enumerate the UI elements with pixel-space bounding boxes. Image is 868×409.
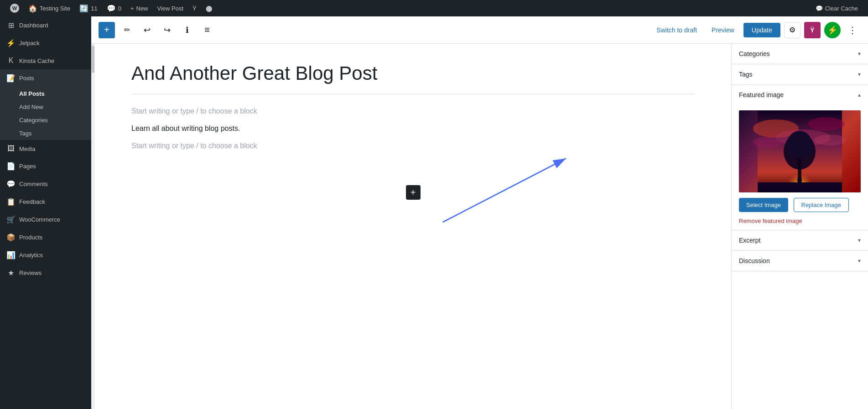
list-view-button[interactable]: ≡ — [199, 22, 215, 38]
inline-add-block-button[interactable]: + — [406, 185, 421, 200]
sidebar-item-dashboard[interactable]: ⊞ Dashboard — [0, 16, 91, 34]
sidebar-label-feedback: Feedback — [19, 198, 45, 205]
more-options-button[interactable]: ⋮ — [844, 22, 861, 38]
posts-icon: 📝 — [6, 74, 16, 83]
excerpt-chevron-icon: ▾ — [858, 237, 861, 243]
comments-item[interactable]: 💬 0 — [102, 0, 126, 16]
sidebar-item-woocommerce[interactable]: 🛒 WooCommerce — [0, 211, 91, 228]
sidebar: ⊞ Dashboard ⚡ Jetpack K Kinsta Cache 📝 P… — [0, 16, 91, 409]
replace-image-button[interactable]: Replace Image — [794, 198, 849, 212]
discussion-chevron-icon: ▾ — [858, 258, 861, 264]
panel-section-tags: Tags ▾ — [732, 64, 868, 85]
svg-point-11 — [787, 131, 812, 158]
circle-icon: ⬤ — [206, 5, 213, 12]
tags-header[interactable]: Tags ▾ — [732, 64, 868, 84]
select-image-button[interactable]: Select Image — [739, 198, 788, 212]
redo-icon: ↪ — [164, 25, 171, 35]
featured-image-title: Featured image — [739, 91, 784, 98]
comments-sidebar-icon: 💬 — [6, 180, 16, 188]
wp-logo: W — [10, 4, 19, 13]
all-posts-label: All Posts — [19, 90, 45, 97]
site-name-item[interactable]: 🏠 Testing Site — [24, 0, 75, 16]
more-dots-icon: ⋮ — [848, 25, 857, 36]
panel-section-featured-image: Featured image ▴ — [732, 85, 868, 230]
view-post-label: View Post — [157, 5, 184, 12]
svg-rect-13 — [758, 182, 842, 192]
pencil-icon: ✏ — [124, 26, 130, 34]
editor-main[interactable]: And Another Great Blog Post Start writin… — [95, 44, 731, 409]
sidebar-label-kinsta: Kinsta Cache — [19, 57, 54, 64]
post-title[interactable]: And Another Great Blog Post — [131, 62, 695, 85]
new-plus-icon: + — [130, 5, 134, 12]
sidebar-item-feedback[interactable]: 📋 Feedback — [0, 193, 91, 211]
block-placeholder-1[interactable]: Start writing or type / to choose a bloc… — [131, 104, 695, 119]
sidebar-item-tags[interactable]: Tags — [0, 127, 91, 140]
block-placeholder-2[interactable]: Start writing or type / to choose a bloc… — [131, 138, 695, 154]
sidebar-item-products[interactable]: 📦 Products — [0, 228, 91, 246]
analytics-icon: 📊 — [6, 251, 16, 259]
block-content-1[interactable]: Learn all about writing blog posts. — [131, 124, 695, 133]
sidebar-item-comments[interactable]: 💬 Comments — [0, 175, 91, 193]
settings-button[interactable]: ⚙ — [784, 22, 800, 38]
featured-image-header[interactable]: Featured image ▴ — [732, 85, 868, 105]
remove-featured-image-link[interactable]: Remove featured image — [739, 217, 861, 224]
sidebar-label-woocommerce: WooCommerce — [19, 216, 60, 223]
tags-chevron-icon: ▾ — [858, 71, 861, 78]
sidebar-item-categories[interactable]: Categories — [0, 114, 91, 127]
new-label: New — [136, 5, 148, 12]
sidebar-item-reviews[interactable]: ★ Reviews — [0, 264, 91, 282]
feedback-icon: 📋 — [6, 197, 16, 206]
lightning-toolbar-icon[interactable]: ⚡ — [824, 22, 841, 38]
panel-section-discussion: Discussion ▾ — [732, 251, 868, 271]
clear-cache-item[interactable]: 💬 Clear Cache — [811, 5, 863, 12]
sidebar-item-add-new[interactable]: Add New — [0, 100, 91, 114]
switch-to-draft-button[interactable]: Switch to draft — [651, 23, 702, 37]
excerpt-header[interactable]: Excerpt ▾ — [732, 230, 868, 250]
categories-header[interactable]: Categories ▾ — [732, 44, 868, 64]
svg-point-4 — [808, 117, 844, 131]
sidebar-item-jetpack[interactable]: ⚡ Jetpack — [0, 34, 91, 52]
new-item[interactable]: + New — [126, 0, 153, 16]
jetpack-icon: ⚡ — [6, 39, 16, 47]
svg-line-1 — [443, 158, 566, 222]
home-icon: 🏠 — [28, 4, 37, 13]
sidebar-item-kinsta[interactable]: K Kinsta Cache — [0, 52, 91, 69]
yoast-bar-icon[interactable]: Ÿ — [188, 0, 201, 16]
scroll-indicator — [91, 44, 95, 409]
circle-status-item[interactable]: ⬤ — [201, 0, 217, 16]
yoast-toolbar-icon[interactable]: Ÿ — [804, 22, 821, 38]
update-button[interactable]: Update — [743, 23, 780, 37]
redo-button[interactable]: ↪ — [159, 22, 175, 38]
preview-button[interactable]: Preview — [706, 23, 740, 37]
categories-label: Categories — [19, 117, 48, 124]
admin-bar-right: 💬 Clear Cache — [811, 5, 863, 12]
wp-logo-item[interactable]: W — [5, 0, 24, 16]
products-icon: 📦 — [6, 233, 16, 242]
toolbar-right: Switch to draft Preview Update ⚙ Ÿ ⚡ ⋮ — [651, 22, 861, 38]
discussion-title: Discussion — [739, 257, 770, 264]
view-post-item[interactable]: View Post — [153, 0, 188, 16]
sidebar-item-all-posts[interactable]: All Posts — [0, 87, 91, 100]
discussion-header[interactable]: Discussion ▾ — [732, 251, 868, 271]
updates-item[interactable]: 🔄 11 — [75, 0, 102, 16]
editor-panel-layout: And Another Great Blog Post Start writin… — [91, 44, 868, 409]
sidebar-item-analytics[interactable]: 📊 Analytics — [0, 246, 91, 264]
yoast-symbol: Ÿ — [810, 26, 814, 34]
comments-icon: 💬 — [107, 4, 116, 13]
sidebar-label-comments: Comments — [19, 181, 48, 187]
categories-chevron-icon: ▾ — [858, 51, 861, 57]
main-layout: ⊞ Dashboard ⚡ Jetpack K Kinsta Cache 📝 P… — [0, 16, 868, 409]
sidebar-item-pages[interactable]: 📄 Pages — [0, 157, 91, 175]
undo-button[interactable]: ↩ — [139, 22, 155, 38]
featured-image-preview[interactable] — [739, 110, 861, 192]
tags-title: Tags — [739, 71, 753, 78]
add-block-button[interactable]: + — [99, 22, 115, 38]
kinsta-icon: K — [6, 57, 16, 65]
add-block-plus-icon: + — [411, 187, 416, 198]
sidebar-item-posts[interactable]: 📝 Posts — [0, 69, 91, 87]
reviews-icon: ★ — [6, 269, 16, 277]
sidebar-item-media[interactable]: 🖼 Media — [0, 140, 91, 157]
info-button[interactable]: ℹ — [179, 22, 195, 38]
panel-section-excerpt: Excerpt ▾ — [732, 230, 868, 251]
edit-mode-button[interactable]: ✏ — [119, 22, 135, 38]
